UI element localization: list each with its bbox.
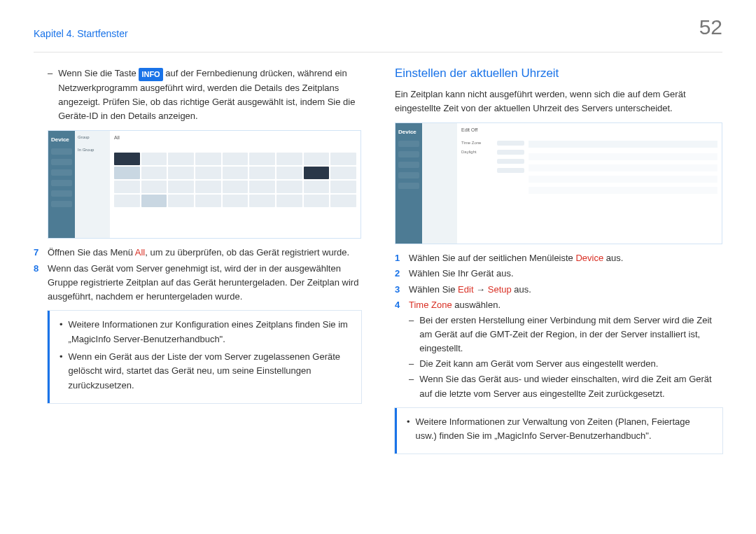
step-8: 8 Wenn das Gerät vom Server genehmigt is… [34, 262, 361, 304]
page-number: 52 [699, 15, 722, 39]
ss-form-row [461, 168, 524, 173]
sub2-text: Die Zeit kann am Gerät vom Server aus ei… [419, 357, 658, 371]
left-column: – Wenn Sie die Taste INFO auf der Fernbe… [34, 66, 361, 454]
right-subnote-1: – Bei der ersten Herstellung einer Verbi… [409, 314, 722, 356]
ss-thumb [223, 195, 248, 207]
right-subnote-2: – Die Zeit kann am Gerät vom Server aus … [409, 357, 722, 371]
ss-panel [422, 123, 457, 244]
sub1-text: Bei der ersten Herstellung einer Verbind… [419, 314, 722, 356]
dash-bullet: – [409, 314, 414, 356]
step3-arrow: → [474, 284, 488, 295]
step4-b: auswählen. [452, 300, 500, 310]
ss-thumb [249, 195, 275, 207]
ss-form-row: Time Zone [461, 141, 524, 146]
ss-thumb [168, 195, 194, 207]
step3-text: Wählen Sie Edit → Setup aus. [409, 283, 531, 297]
right-step-2: 2 Wählen Sie Ihr Gerät aus. [395, 267, 722, 281]
ss-thumb [141, 195, 167, 207]
ss-thumb [223, 167, 248, 179]
step3-red1: Edit [458, 284, 473, 295]
section-title: Einstellen der aktuellen Uhrzeit [395, 66, 722, 80]
right-step-3: 3 Wählen Sie Edit → Setup aus. [395, 283, 722, 297]
ss-field-label [461, 159, 489, 164]
ss-main: All [110, 131, 360, 238]
note1-text: Weitere Informationen zur Konfiguration … [69, 318, 351, 347]
step-number: 2 [395, 267, 403, 281]
step1-b: aus. [603, 253, 623, 263]
ss-table-row [528, 153, 718, 160]
ss-thumb [276, 181, 302, 193]
ss-thumb [276, 167, 302, 179]
ss-thumb [114, 167, 140, 179]
ss-side-title: Device [398, 129, 419, 135]
ss-thumb [330, 153, 356, 165]
ss-thumb [114, 153, 140, 165]
step4-text: Time Zone auswählen. [409, 298, 500, 312]
ss-panel: Group In Group [75, 131, 110, 238]
ss-thumb [141, 167, 167, 179]
info-badge: INFO [139, 68, 162, 81]
step-number: 1 [395, 251, 403, 265]
header-divider [34, 52, 722, 52]
ss-thumb [141, 153, 167, 165]
right-note-box: Weitere Informationen zur Verwaltung von… [395, 408, 722, 454]
ss-thumb [304, 195, 330, 207]
step3-red2: Setup [488, 284, 512, 295]
right-step-4: 4 Time Zone auswählen. [395, 298, 722, 312]
step7-a: Öffnen Sie das Menü [48, 247, 135, 258]
ss-thumb [304, 181, 330, 193]
ss-sidebar: Device [396, 123, 422, 244]
ss-field-input [497, 150, 524, 155]
left-para1-a: Wenn Sie die Taste [58, 68, 139, 78]
screenshot-time-settings: Device Edit Off Time Zone Daylight [395, 122, 722, 244]
ss-table-row [528, 164, 718, 171]
ss-thumb [330, 181, 356, 193]
ss-field-input [497, 141, 524, 146]
note2-text: Wenn ein Gerät aus der Liste der vom Ser… [69, 350, 351, 393]
step7-red: All [135, 247, 145, 258]
ss-thumb [249, 167, 275, 179]
ss-thumb [195, 153, 221, 165]
step1-red: Device [575, 253, 603, 263]
ss-side-item [398, 172, 419, 178]
step-8-text: Wenn das Gerät vom Server genehmigt ist,… [48, 262, 361, 304]
step1-text: Wählen Sie auf der seitlichen Menüleiste… [409, 251, 623, 265]
right-column: Einstellen der aktuellen Uhrzeit Ein Zei… [395, 66, 722, 454]
ss-side-item [398, 151, 419, 157]
left-para1: Wenn Sie die Taste INFO auf der Fernbedi… [58, 66, 361, 123]
step2-text: Wählen Sie Ihr Gerät aus. [409, 267, 514, 281]
ss-thumb [330, 167, 356, 179]
ss-toolbar: All [114, 135, 356, 140]
note-item: Weitere Informationen zur Verwaltung von… [407, 415, 713, 444]
ss-panel-label: In Group [78, 148, 107, 152]
ss-side-item [398, 162, 419, 168]
step1-a: Wählen Sie auf der seitlichen Menüleiste [409, 253, 575, 263]
ss-side-item [398, 183, 419, 189]
ss-form-row [461, 159, 524, 164]
step4-red: Time Zone [409, 300, 452, 310]
ss-field-label [461, 168, 489, 173]
ss-thumb [141, 181, 167, 193]
right-note-text: Weitere Informationen zur Verwaltung von… [416, 415, 713, 444]
step3-b: aus. [512, 284, 531, 295]
step7-b: , um zu überprüfen, ob das Gerät registr… [145, 247, 349, 258]
ss-thumb [195, 195, 221, 207]
step-7-text: Öffnen Sie das Menü All, um zu überprüfe… [48, 246, 349, 260]
ss-side-item [51, 201, 72, 207]
ss-thumb [249, 181, 275, 193]
page-header: Kapitel 4. Startfenster 52 [34, 28, 722, 39]
ss-side-item [51, 169, 72, 176]
ss-main: Edit Off Time Zone Daylight [457, 123, 722, 244]
ss-field-input [497, 159, 524, 164]
ss-field-input [497, 168, 524, 173]
left-note-box: Weitere Informationen zur Konfiguration … [48, 311, 361, 403]
ss-field-label: Daylight [461, 150, 489, 155]
ss-side-item [51, 180, 72, 186]
ss-thumb [168, 181, 194, 193]
ss-thumb [195, 181, 221, 193]
ss-thumb [276, 153, 302, 165]
step-number: 7 [34, 246, 42, 260]
step-number: 4 [395, 298, 403, 312]
ss-table-row [528, 176, 718, 183]
ss-side-item [398, 141, 419, 147]
